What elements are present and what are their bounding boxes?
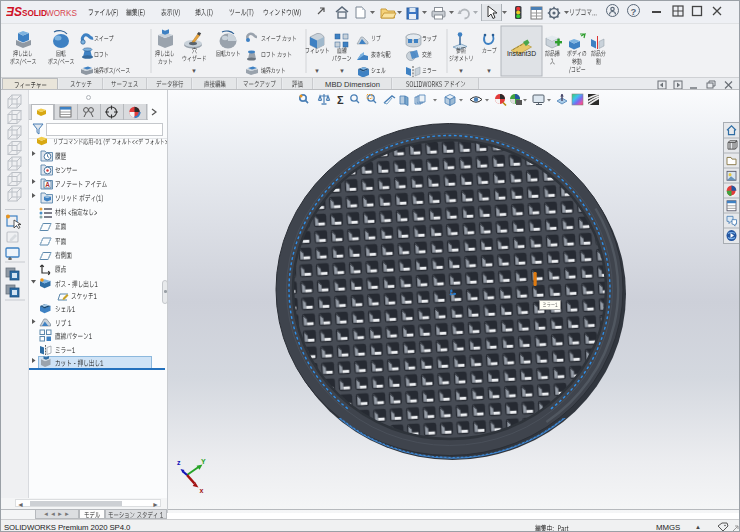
svg-text:z: z xyxy=(177,459,181,466)
svg-text:ƎS: ƎS xyxy=(6,5,22,19)
svg-text:SOLID: SOLID xyxy=(22,9,47,18)
svg-text:x: x xyxy=(200,487,204,494)
svg-text:A: A xyxy=(45,181,50,188)
svg-text:Y: Y xyxy=(201,458,206,465)
svg-text:WORKS: WORKS xyxy=(46,9,77,18)
